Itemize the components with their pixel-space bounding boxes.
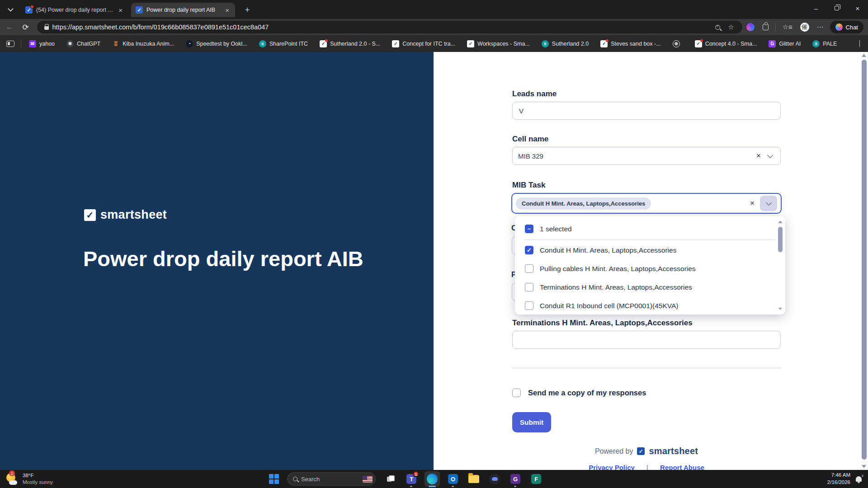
discord-icon [489,474,500,484]
bookmarks-divider [21,40,21,48]
extension-ai-icon[interactable] [746,23,755,31]
powered-by-text: Powered by [595,447,633,455]
bookmark-chatgpt[interactable]: ✼ ChatGPT [66,40,100,47]
outlook-button[interactable]: O [445,471,461,487]
dropdown-option[interactable]: Terminations H Mint. Areas, Laptops,Acce… [515,278,785,296]
privacy-policy-link[interactable]: Privacy Policy [589,464,635,470]
scroll-down-icon[interactable] [862,465,866,468]
chevron-down-icon [766,200,772,206]
kanji-extension-icon[interactable]: 催 [800,23,809,32]
browser-toolbar: ← ⟳ https://app.smartsheet.com/b/form/01… [0,19,868,35]
send-copy-row[interactable]: Send me a copy of my responses [512,389,646,397]
sharepoint-icon: s [259,40,266,47]
dropdown-option[interactable]: Pulling cables H Mint. Areas, Laptops,Ac… [515,259,785,278]
favorite-star-icon[interactable]: ☆ [728,23,734,31]
mib-task-multiselect[interactable]: Conduit H Mint. Areas, Laptops,Accessori… [511,193,782,214]
start-button[interactable] [269,474,279,484]
back-button[interactable]: ← [3,21,16,33]
bookmark-steves-sandbox[interactable]: ✓ Steves sand box -... [600,40,660,47]
glitter-app-button[interactable]: G [508,471,523,487]
outlook-icon: O [448,474,458,484]
leads-name-input[interactable] [512,102,781,120]
scroll-down-icon[interactable] [778,308,782,310]
restore-button[interactable] [826,0,847,16]
bookmarks-overflow-button[interactable] [859,41,860,47]
windows-taskbar: 1 38°F Mostly sunny Search T 1 O [0,470,868,488]
terminations-input[interactable] [512,331,781,349]
tab-search-button[interactable] [4,4,17,15]
cell-name-select[interactable]: MIB 329 × [512,147,781,165]
new-tab-button[interactable]: + [241,5,253,15]
address-bar[interactable]: https://app.smartsheet.com/b/form/019c66… [37,21,742,33]
url-text[interactable]: https://app.smartsheet.com/b/form/019c66… [52,23,712,31]
discord-button[interactable] [487,471,502,487]
bookmark-sharepoint-itc[interactable]: s SharePoint ITC [259,40,308,47]
search-icon [293,477,297,481]
checkbox[interactable] [525,264,533,273]
scroll-up-icon[interactable] [778,221,783,223]
bookmark-sutherland-20-s[interactable]: ✓ Sutherland 2.0 - S... [320,40,380,47]
selected-chip[interactable]: Conduit H Mint. Areas, Laptops,Accessori… [516,197,651,210]
teams-button[interactable]: T 1 [404,471,419,487]
scroll-up-icon[interactable] [862,54,866,57]
send-copy-checkbox[interactable] [512,389,521,397]
scrollbar-thumb[interactable] [862,60,867,460]
dropdown-summary-row[interactable]: − 1 selected [515,220,785,238]
notification-bell-icon[interactable]: z [856,476,862,482]
bookmark-pale[interactable]: s PALE [812,40,837,47]
bookmark-sutherland-20[interactable]: s Sutherland 2.0 [542,40,589,47]
teams-badge: 1 [413,471,419,477]
close-button[interactable]: × [847,0,868,16]
more-menu-icon[interactable]: ⋯ [817,23,824,31]
checkbox[interactable]: ✓ [525,246,533,254]
smartsheet-check-icon: ✓ [600,40,608,47]
weather-condition: Mostly sunny [23,479,53,486]
dropdown-scrollbar[interactable] [778,221,783,310]
extensions-icon[interactable] [763,24,769,30]
checkbox[interactable] [525,301,533,310]
side-panel-icon[interactable] [6,41,14,47]
bookmark-concept-itc[interactable]: ✓ Concept for ITC tra... [392,40,455,47]
dropdown-option[interactable]: ✓ Conduit H Mint. Areas, Laptops,Accesso… [515,241,785,259]
dropdown-option[interactable]: Conduit R1 Inbound cell (MCP0001)(45KVA) [515,296,785,315]
scrollbar-thumb[interactable] [778,227,783,252]
minimize-button[interactable]: – [806,0,826,16]
file-explorer-button[interactable] [466,471,481,487]
dropdown-toggle-button[interactable] [760,196,777,211]
clear-icon[interactable]: × [745,199,760,208]
bookmark-kiba-inuzuka[interactable]: ʬ Kiba Inuzuka Anim... [112,40,174,47]
edge-button[interactable] [425,471,440,487]
clock[interactable]: 7:46 AM 2/16/2026 [827,472,850,486]
refresh-button[interactable]: ⟳ [19,21,33,33]
report-abuse-link[interactable]: Report Abuse [660,464,704,470]
clear-icon[interactable]: × [751,151,766,160]
smartsheet-check-icon: ✓ [467,40,474,47]
bookmark-workspaces[interactable]: ✓ Workspaces - Sma... [467,40,530,47]
browser-tab-inactive[interactable]: ✓ (54) Power drop daily report AIB - × [21,3,128,17]
tab-close-icon[interactable]: × [117,6,124,14]
bookmark-globe[interactable]: ⊕ [673,40,683,47]
bookmark-speedtest[interactable]: ◔ Speedtest by Ookl... [186,40,247,47]
submit-button[interactable]: Submit [512,412,551,432]
smartsheet-check-icon: ✓ [695,40,702,47]
bookmark-glitter-ai[interactable]: G Glitter AI [769,40,801,47]
browser-tab-active[interactable]: ✓ Power drop daily report AIB × [131,3,235,17]
taskbar-search[interactable]: Search [287,472,376,486]
chevron-right-icon [859,40,860,47]
weather-widget[interactable]: 1 38°F Mostly sunny [5,472,53,486]
chevron-down-icon[interactable] [767,152,773,158]
zoom-page-icon[interactable] [715,25,720,30]
forms-app-button[interactable]: F [528,471,544,487]
form-divider [512,368,781,368]
bookmark-concept-40[interactable]: ✓ Concept 4.0 - Sma... [695,40,757,47]
page-scrollbar[interactable] [860,52,868,470]
task-view-button[interactable] [383,471,398,487]
indeterminate-checkbox[interactable]: − [525,225,533,233]
bookmark-yahoo[interactable]: ✉ yahoo [29,40,55,47]
tab-close-icon[interactable]: × [224,6,231,14]
copilot-chat-button[interactable]: Chat [830,21,863,33]
taskbar-icons: T 1 O G F [383,471,544,487]
notification-dot [325,39,328,42]
favorites-list-icon[interactable]: ☆≡ [782,23,792,31]
checkbox[interactable] [525,283,533,291]
